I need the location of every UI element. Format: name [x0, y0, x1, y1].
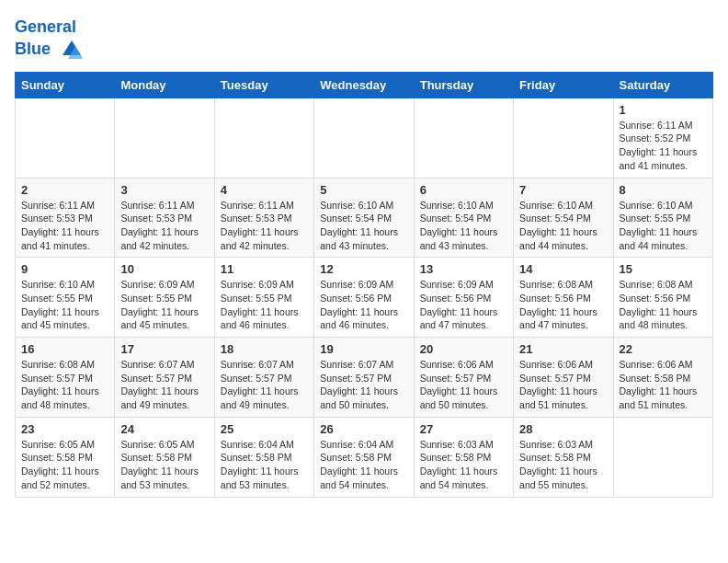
calendar-cell: 17Sunrise: 6:07 AM Sunset: 5:57 PM Dayli…: [115, 338, 214, 418]
day-number: 24: [120, 422, 208, 436]
day-info: Sunrise: 6:07 AM Sunset: 5:57 PM Dayligh…: [320, 358, 407, 412]
day-info: Sunrise: 6:03 AM Sunset: 5:58 PM Dayligh…: [519, 438, 607, 492]
calendar-cell: 22Sunrise: 6:06 AM Sunset: 5:58 PM Dayli…: [613, 338, 712, 418]
day-number: 22: [620, 342, 707, 356]
calendar-cell: 6Sunrise: 6:10 AM Sunset: 5:54 PM Daylig…: [414, 178, 513, 258]
calendar-cell: [16, 98, 115, 178]
day-number: 1: [620, 103, 707, 117]
calendar-cell: 25Sunrise: 6:04 AM Sunset: 5:58 PM Dayli…: [214, 417, 313, 497]
col-header-friday: Friday: [514, 72, 613, 98]
day-info: Sunrise: 6:08 AM Sunset: 5:57 PM Dayligh…: [21, 358, 108, 412]
day-info: Sunrise: 6:10 AM Sunset: 5:54 PM Dayligh…: [519, 199, 607, 253]
col-header-saturday: Saturday: [613, 72, 712, 98]
day-number: 18: [221, 342, 308, 356]
day-number: 4: [221, 183, 308, 197]
col-header-wednesday: Wednesday: [314, 72, 414, 98]
calendar-cell: 2Sunrise: 6:11 AM Sunset: 5:53 PM Daylig…: [16, 178, 115, 258]
logo-general: General: [15, 17, 76, 36]
day-number: 26: [320, 422, 407, 436]
calendar-week-row: 9Sunrise: 6:10 AM Sunset: 5:55 PM Daylig…: [16, 258, 713, 338]
calendar-cell: 5Sunrise: 6:10 AM Sunset: 5:54 PM Daylig…: [314, 178, 414, 258]
day-number: 16: [21, 342, 108, 356]
day-info: Sunrise: 6:07 AM Sunset: 5:57 PM Dayligh…: [221, 358, 308, 412]
calendar-table: SundayMondayTuesdayWednesdayThursdayFrid…: [15, 72, 713, 498]
calendar-cell: 4Sunrise: 6:11 AM Sunset: 5:53 PM Daylig…: [214, 178, 313, 258]
day-number: 23: [21, 422, 108, 436]
logo: General Blue: [15, 18, 85, 63]
day-number: 9: [21, 262, 108, 276]
day-number: 7: [519, 183, 607, 197]
calendar-cell: 13Sunrise: 6:09 AM Sunset: 5:56 PM Dayli…: [414, 258, 513, 338]
day-number: 15: [620, 262, 707, 276]
day-info: Sunrise: 6:11 AM Sunset: 5:52 PM Dayligh…: [620, 119, 707, 173]
logo-blue: Blue: [15, 40, 51, 58]
calendar-cell: 26Sunrise: 6:04 AM Sunset: 5:58 PM Dayli…: [314, 417, 414, 497]
col-header-tuesday: Tuesday: [214, 72, 313, 98]
day-number: 21: [519, 342, 607, 356]
calendar-cell: 27Sunrise: 6:03 AM Sunset: 5:58 PM Dayli…: [414, 417, 513, 497]
day-number: 3: [120, 183, 208, 197]
page-header: General Blue: [15, 15, 713, 63]
calendar-cell: 12Sunrise: 6:09 AM Sunset: 5:56 PM Dayli…: [314, 258, 414, 338]
day-number: 20: [420, 342, 507, 356]
day-info: Sunrise: 6:06 AM Sunset: 5:58 PM Dayligh…: [620, 358, 707, 412]
day-number: 17: [120, 342, 208, 356]
calendar-cell: 21Sunrise: 6:06 AM Sunset: 5:57 PM Dayli…: [514, 338, 613, 418]
day-number: 25: [221, 422, 308, 436]
day-number: 5: [320, 183, 407, 197]
day-info: Sunrise: 6:08 AM Sunset: 5:56 PM Dayligh…: [620, 278, 707, 332]
day-info: Sunrise: 6:10 AM Sunset: 5:54 PM Dayligh…: [420, 199, 507, 253]
calendar-cell: 24Sunrise: 6:05 AM Sunset: 5:58 PM Dayli…: [115, 417, 214, 497]
calendar-cell: 14Sunrise: 6:08 AM Sunset: 5:56 PM Dayli…: [514, 258, 613, 338]
day-number: 14: [519, 262, 607, 276]
day-info: Sunrise: 6:04 AM Sunset: 5:58 PM Dayligh…: [320, 438, 407, 492]
day-info: Sunrise: 6:10 AM Sunset: 5:55 PM Dayligh…: [21, 278, 108, 332]
day-info: Sunrise: 6:09 AM Sunset: 5:56 PM Dayligh…: [320, 278, 407, 332]
day-number: 12: [320, 262, 407, 276]
day-info: Sunrise: 6:04 AM Sunset: 5:58 PM Dayligh…: [221, 438, 308, 492]
calendar-week-row: 2Sunrise: 6:11 AM Sunset: 5:53 PM Daylig…: [16, 178, 713, 258]
calendar-cell: 3Sunrise: 6:11 AM Sunset: 5:53 PM Daylig…: [115, 178, 214, 258]
day-info: Sunrise: 6:06 AM Sunset: 5:57 PM Dayligh…: [519, 358, 607, 412]
calendar-cell: 9Sunrise: 6:10 AM Sunset: 5:55 PM Daylig…: [16, 258, 115, 338]
calendar-cell: [115, 98, 214, 178]
calendar-cell: 8Sunrise: 6:10 AM Sunset: 5:55 PM Daylig…: [613, 178, 712, 258]
day-number: 27: [420, 422, 507, 436]
day-number: 28: [519, 422, 607, 436]
day-number: 2: [21, 183, 108, 197]
calendar-cell: 16Sunrise: 6:08 AM Sunset: 5:57 PM Dayli…: [16, 338, 115, 418]
calendar-header-row: SundayMondayTuesdayWednesdayThursdayFrid…: [16, 72, 713, 98]
day-info: Sunrise: 6:05 AM Sunset: 5:58 PM Dayligh…: [120, 438, 208, 492]
calendar-cell: [214, 98, 313, 178]
col-header-monday: Monday: [115, 72, 214, 98]
calendar-cell: 11Sunrise: 6:09 AM Sunset: 5:55 PM Dayli…: [214, 258, 313, 338]
calendar-cell: 20Sunrise: 6:06 AM Sunset: 5:57 PM Dayli…: [414, 338, 513, 418]
calendar-cell: 23Sunrise: 6:05 AM Sunset: 5:58 PM Dayli…: [16, 417, 115, 497]
calendar-cell: 19Sunrise: 6:07 AM Sunset: 5:57 PM Dayli…: [314, 338, 414, 418]
day-info: Sunrise: 6:11 AM Sunset: 5:53 PM Dayligh…: [120, 199, 208, 253]
day-number: 11: [221, 262, 308, 276]
day-number: 13: [420, 262, 507, 276]
day-number: 8: [620, 183, 707, 197]
day-number: 6: [420, 183, 507, 197]
calendar-cell: 10Sunrise: 6:09 AM Sunset: 5:55 PM Dayli…: [115, 258, 214, 338]
day-number: 10: [120, 262, 208, 276]
calendar-cell: [314, 98, 414, 178]
day-info: Sunrise: 6:09 AM Sunset: 5:55 PM Dayligh…: [120, 278, 208, 332]
day-info: Sunrise: 6:11 AM Sunset: 5:53 PM Dayligh…: [221, 199, 308, 253]
calendar-cell: [514, 98, 613, 178]
col-header-thursday: Thursday: [414, 72, 513, 98]
calendar-week-row: 1Sunrise: 6:11 AM Sunset: 5:52 PM Daylig…: [16, 98, 713, 178]
calendar-cell: [613, 417, 712, 497]
calendar-week-row: 23Sunrise: 6:05 AM Sunset: 5:58 PM Dayli…: [16, 417, 713, 497]
col-header-sunday: Sunday: [16, 72, 115, 98]
day-info: Sunrise: 6:06 AM Sunset: 5:57 PM Dayligh…: [420, 358, 507, 412]
calendar-cell: 18Sunrise: 6:07 AM Sunset: 5:57 PM Dayli…: [214, 338, 313, 418]
day-info: Sunrise: 6:07 AM Sunset: 5:57 PM Dayligh…: [120, 358, 208, 412]
day-info: Sunrise: 6:05 AM Sunset: 5:58 PM Dayligh…: [21, 438, 108, 492]
day-info: Sunrise: 6:10 AM Sunset: 5:55 PM Dayligh…: [620, 199, 707, 253]
calendar-week-row: 16Sunrise: 6:08 AM Sunset: 5:57 PM Dayli…: [16, 338, 713, 418]
day-number: 19: [320, 342, 407, 356]
day-info: Sunrise: 6:10 AM Sunset: 5:54 PM Dayligh…: [320, 199, 407, 253]
day-info: Sunrise: 6:11 AM Sunset: 5:53 PM Dayligh…: [21, 199, 108, 253]
